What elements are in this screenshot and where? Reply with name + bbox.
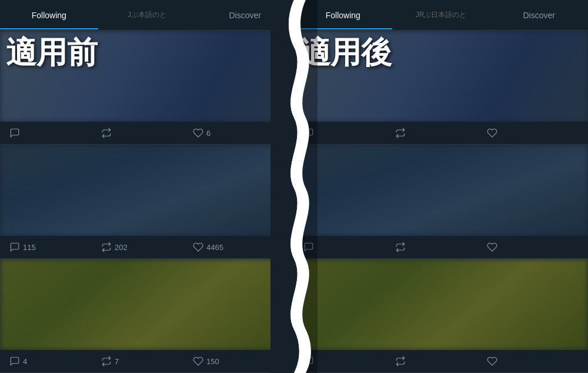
comment-icon-2l xyxy=(9,242,20,252)
comment-count-2l: 115 xyxy=(23,243,36,252)
heart-icon-2l xyxy=(193,242,203,252)
wave-svg xyxy=(270,0,318,373)
right-tweet-list xyxy=(294,31,588,373)
tab-middle-left[interactable]: Jぷ本語のと xyxy=(98,1,196,29)
retweet-icon-2l xyxy=(101,242,112,252)
right-tweet-2 xyxy=(294,145,588,259)
retweet-action-3r[interactable] xyxy=(395,356,487,367)
tab-discover-right[interactable]: Discover xyxy=(490,1,588,29)
comment-action-2l[interactable]: 115 xyxy=(9,242,101,252)
comment-icon-1l xyxy=(9,128,20,138)
right-tweet-2-actions xyxy=(294,236,588,258)
heart-icon-1r xyxy=(487,128,497,138)
right-tweet-1-actions xyxy=(294,122,588,144)
retweet-icon-1r xyxy=(395,128,406,138)
retweet-count-3l: 7 xyxy=(115,357,119,366)
left-tweet-2-actions: 115 202 4465 xyxy=(0,236,294,258)
retweet-icon-1l xyxy=(101,128,112,138)
heart-icon-2r xyxy=(487,242,497,252)
right-tab-bar: Following JRぷ日本語のと Discover xyxy=(294,0,588,31)
left-panel: Following Jぷ本語のと Discover 適用前 xyxy=(0,0,294,373)
heart-icon-3l xyxy=(193,356,203,367)
retweet-icon-3l xyxy=(101,356,112,367)
left-tweet-3-actions: 4 7 150 xyxy=(0,350,294,372)
like-action-3r[interactable] xyxy=(487,356,579,367)
retweet-count-2l: 202 xyxy=(115,243,128,252)
left-tweet-3-content xyxy=(0,259,294,350)
heart-icon-1l xyxy=(193,128,203,138)
like-action-1r[interactable] xyxy=(487,128,579,138)
left-tab-bar: Following Jぷ本語のと Discover xyxy=(0,0,294,31)
left-tweet-3: 4 7 150 xyxy=(0,259,294,373)
left-tweet-list: 6 115 xyxy=(0,31,294,373)
comment-action-3l[interactable]: 4 xyxy=(9,356,101,367)
wave-divider xyxy=(288,0,300,373)
heart-icon-3r xyxy=(487,356,497,367)
right-tweet-1-content xyxy=(294,31,588,122)
retweet-icon-3r xyxy=(395,356,406,367)
left-tweet-1-actions: 6 xyxy=(0,122,294,144)
right-tweet-1 xyxy=(294,31,588,145)
right-tweet-2-content xyxy=(294,145,588,236)
comment-count-3l: 4 xyxy=(23,357,27,366)
retweet-action-3l[interactable]: 7 xyxy=(101,356,193,367)
tab-following-left[interactable]: Following xyxy=(0,1,98,29)
left-tweet-2-content xyxy=(0,145,294,236)
like-count-1l: 6 xyxy=(206,129,211,138)
retweet-action-1l[interactable] xyxy=(101,128,193,138)
comment-icon-3l xyxy=(9,356,20,367)
retweet-action-1r[interactable] xyxy=(395,128,487,138)
like-count-2l: 4465 xyxy=(206,243,223,252)
right-panel: Following JRぷ日本語のと Discover 適用後 xyxy=(294,0,588,373)
right-tweet-3-actions xyxy=(294,350,588,372)
like-action-2r[interactable] xyxy=(487,242,579,252)
retweet-action-2l[interactable]: 202 xyxy=(101,242,193,252)
comment-action-1l[interactable] xyxy=(9,128,101,138)
retweet-action-2r[interactable] xyxy=(395,242,487,252)
left-tweet-1: 6 xyxy=(0,31,294,145)
left-tweet-2: 115 202 4465 xyxy=(0,145,294,259)
right-tweet-3-content xyxy=(294,259,588,350)
left-tweet-1-content xyxy=(0,31,294,122)
tab-middle-right[interactable]: JRぷ日本語のと xyxy=(392,1,490,29)
retweet-icon-2r xyxy=(395,242,406,252)
right-tweet-3 xyxy=(294,259,588,373)
like-count-3l: 150 xyxy=(206,357,219,366)
